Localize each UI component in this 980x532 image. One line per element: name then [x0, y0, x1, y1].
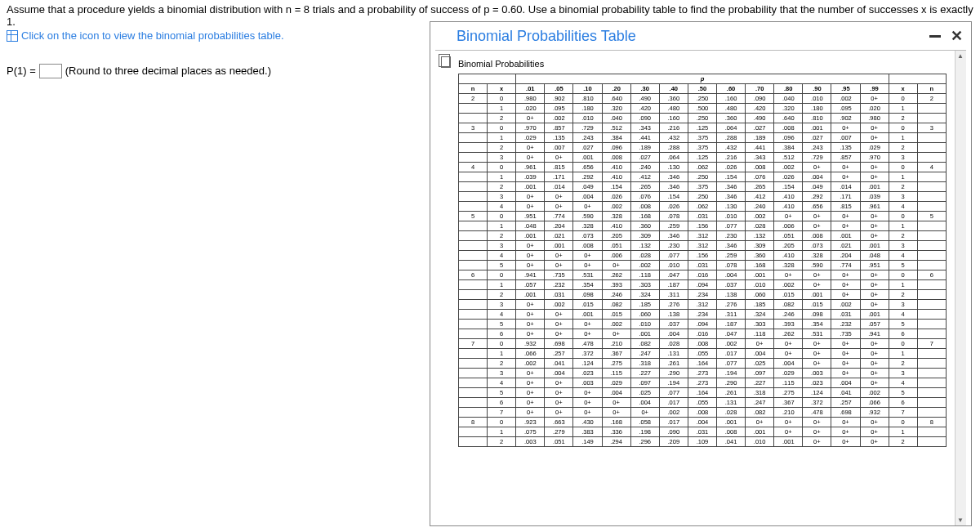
copy-icon[interactable]: [439, 54, 450, 67]
answer-prefix: P(1) =: [7, 65, 36, 77]
table-icon: [7, 30, 18, 42]
scroll-up-icon[interactable]: ▲: [957, 52, 964, 60]
view-table-text: Click on the icon to view the binomial p…: [21, 29, 284, 42]
minimize-icon[interactable]: [929, 35, 941, 38]
modal-body: Binomial Probabilities pnx.01.05.10.20.3…: [435, 50, 966, 525]
view-table-link[interactable]: Click on the icon to view the binomial p…: [7, 29, 284, 42]
probabilities-modal: Binomial Probabilities Table ✕ Binomial …: [430, 21, 972, 526]
answer-input[interactable]: [39, 64, 62, 78]
scrollbar[interactable]: ▲ ▼: [955, 51, 966, 525]
table-caption: Binomial Probabilities: [458, 59, 947, 69]
answer-suffix: (Round to three decimal places as needed…: [65, 65, 271, 77]
close-icon[interactable]: ✕: [951, 27, 963, 45]
scroll-down-icon[interactable]: ▼: [957, 516, 964, 524]
probability-table: pnx.01.05.10.20.30.40.50.60.70.80.90.95.…: [458, 74, 947, 447]
modal-title: Binomial Probabilities Table: [457, 28, 636, 45]
